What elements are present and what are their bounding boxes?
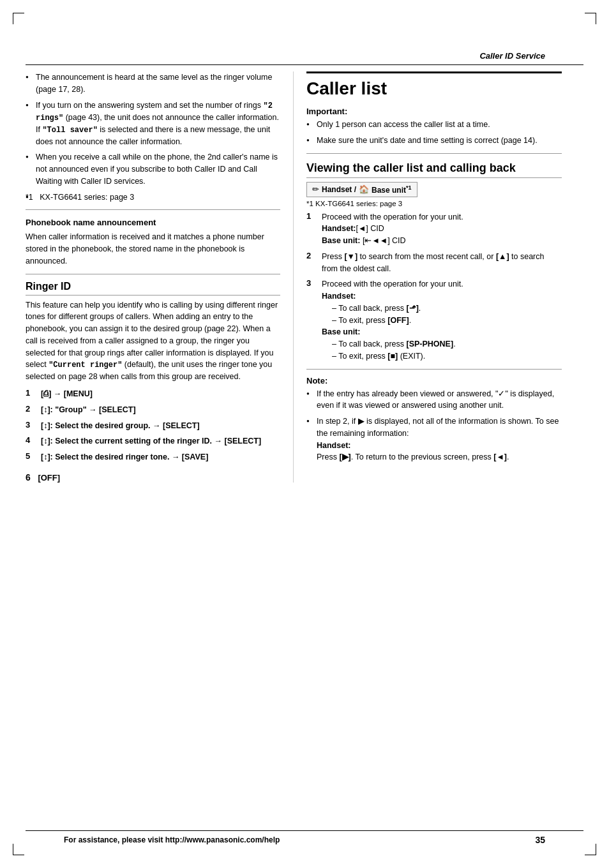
divider-right-2 <box>306 369 562 370</box>
corner-mark-br <box>585 844 596 855</box>
divider-1 <box>26 209 280 210</box>
viewing-footnote: *1 KX-TG6641 series: page 3 <box>306 200 562 207</box>
page: Caller ID Service The announcement is he… <box>0 0 609 868</box>
step-4: 4 [↕]: Select the current setting of the… <box>26 435 280 447</box>
note-label: Note: <box>306 376 562 385</box>
page-footer: For assistance, please visit http://www.… <box>26 830 583 849</box>
step-6: 6 [OFF] <box>26 472 280 483</box>
base-icon: 🏠 <box>359 184 369 194</box>
corner-mark-bl <box>13 844 24 855</box>
bullet-1: The announcement is heard at the same le… <box>26 71 280 96</box>
footer-text: For assistance, please visit http://www.… <box>64 835 280 844</box>
divider-right-1 <box>306 153 562 154</box>
ringer-id-text: This feature can help you identify who i… <box>26 299 280 384</box>
important-bullet-1: Only 1 person can access the caller list… <box>306 119 562 131</box>
ringer-id-title: Ringer ID <box>26 281 280 296</box>
bullet-2: If you turn on the answering system and … <box>26 100 280 148</box>
header-title: Caller ID Service <box>479 51 545 61</box>
step-5: 5 [↕]: Select the desired ringer tone. →… <box>26 451 280 463</box>
step-3: 3 [↕]: Select the desired group. → [SELE… <box>26 420 280 432</box>
content-area: The announcement is heard at the same le… <box>0 71 609 483</box>
v-step-1: 1 Proceed with the operation for your un… <box>306 211 562 247</box>
caller-list-divider <box>306 71 562 73</box>
important-bullet-2: Make sure the unit's date and time setti… <box>306 135 562 147</box>
base-label: Base unit*1 <box>372 184 412 195</box>
note-bullet-1: If the entry has already been viewed or … <box>306 388 562 412</box>
v-step-2: 2 Press [▼] to search from the most rece… <box>306 251 562 275</box>
left-column: The announcement is heard at the same le… <box>26 71 294 483</box>
handset-base-box: ✏ Handset / 🏠 Base unit*1 <box>306 182 417 197</box>
bullet-3: When you receive a call while on the pho… <box>26 151 280 187</box>
right-column: Caller list Important: Only 1 person can… <box>294 71 562 483</box>
note-bullets: If the entry has already been viewed or … <box>306 388 562 464</box>
note-bullet-2: In step 2, if ▶ is displayed, not all of… <box>306 415 562 463</box>
divider-2 <box>26 274 280 274</box>
important-label: Important: <box>306 107 562 116</box>
caller-list-title: Caller list <box>306 79 562 101</box>
page-number: 35 <box>535 835 545 845</box>
intro-bullets: The announcement is heard at the same le… <box>26 71 280 203</box>
bullet-4: *1 KX-TG6641 series: page 3 <box>26 191 280 204</box>
handset-label: Handset / <box>322 185 356 194</box>
phonebook-text: When caller information is received and … <box>26 231 280 267</box>
v-step-3: 3 Proceed with the operation for your un… <box>306 278 562 362</box>
pencil-icon: ✏ <box>312 184 319 194</box>
page-header: Caller ID Service <box>26 19 583 65</box>
corner-mark-tr <box>585 13 596 24</box>
step-1: 1 [⎙] → [MENU] <box>26 388 280 400</box>
step-2: 2 [↕]: "Group" → [SELECT] <box>26 404 280 416</box>
corner-mark-tl <box>13 13 24 24</box>
viewing-title: Viewing the caller list and calling back <box>306 161 562 178</box>
important-bullets: Only 1 person can access the caller list… <box>306 119 562 147</box>
phonebook-heading: Phonebook name announcement <box>26 218 280 227</box>
